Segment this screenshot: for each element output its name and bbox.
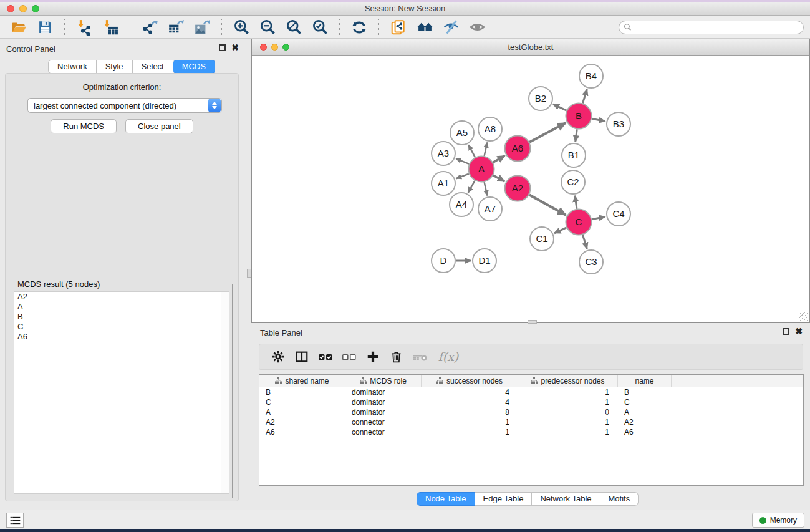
graph-node-A2[interactable]: A2 (505, 176, 531, 201)
table-cell[interactable]: 0 (518, 407, 618, 417)
table-cell[interactable]: 1 (518, 387, 618, 397)
graph-node-C1[interactable]: C1 (530, 227, 554, 251)
network-canvas[interactable]: B4B2BB3A5A8A6A3B1AA1C2A2A4A7C4CC1C3DD1 (252, 56, 809, 322)
unselect-all-columns-button[interactable] (341, 349, 357, 365)
graph-node-B1[interactable]: B1 (562, 143, 586, 167)
mcds-result-item[interactable]: A (14, 302, 229, 312)
table-row[interactable]: A2connector11A2 (259, 417, 803, 427)
task-history-button[interactable] (6, 513, 24, 528)
table-cell[interactable]: 4 (422, 387, 518, 397)
graph-node-A3[interactable]: A3 (432, 142, 455, 165)
graph-node-A6[interactable]: A6 (505, 136, 531, 162)
mcds-result-list[interactable]: A2ABCA6 (14, 291, 229, 494)
table-cell[interactable]: B (618, 387, 672, 397)
split-divider-handle-vertical[interactable] (247, 269, 251, 278)
table-row[interactable]: Adominator80A (259, 407, 803, 417)
table-cell[interactable]: 4 (422, 397, 518, 407)
table-cell[interactable]: B (259, 387, 345, 397)
refresh-button[interactable] (350, 19, 368, 36)
zoom-out-button[interactable] (259, 19, 276, 36)
tab-node-table[interactable]: Node Table (417, 492, 475, 506)
network-window-titlebar[interactable]: testGlobe.txt (252, 39, 809, 56)
zoom-selected-button[interactable] (311, 19, 329, 36)
hide-graphics-details-button[interactable] (442, 19, 460, 36)
table-cell[interactable]: A2 (259, 417, 345, 427)
optimization-criterion-select[interactable]: largest connected component (directed) (27, 98, 222, 113)
close-network-button[interactable] (260, 44, 267, 51)
edge-A-A7[interactable] (485, 182, 488, 196)
table-row[interactable]: Cdominator41C (259, 397, 803, 407)
table-cell[interactable]: C (618, 397, 672, 407)
graph-node-B3[interactable]: B3 (607, 112, 630, 136)
table-cell[interactable]: dominator (345, 387, 422, 397)
delete-column-button[interactable] (388, 349, 404, 365)
edge-A-A8[interactable] (485, 142, 488, 156)
select-all-columns-button[interactable] (317, 349, 333, 365)
list-scrollbar[interactable] (221, 292, 229, 493)
column-header-shared-name[interactable]: shared name (259, 375, 345, 387)
graph-node-B2[interactable]: B2 (529, 87, 552, 110)
show-column-pane-button[interactable] (294, 349, 309, 365)
table-cell[interactable]: 1 (422, 427, 518, 437)
table-settings-button[interactable] (270, 349, 286, 365)
edge-A-A3[interactable] (456, 158, 469, 164)
table-cell[interactable]: 1 (518, 397, 618, 407)
graph-node-A1[interactable]: A1 (432, 172, 455, 195)
mcds-result-item[interactable]: C (14, 322, 229, 332)
zoom-in-button[interactable] (233, 19, 250, 36)
tab-network-table[interactable]: Network Table (532, 492, 600, 506)
close-panel-button[interactable]: Close panel (125, 119, 193, 133)
float-panel-icon[interactable] (219, 44, 226, 51)
zoom-window-button[interactable] (32, 5, 39, 12)
tab-select[interactable]: Select (133, 60, 173, 74)
new-network-from-file-button[interactable] (390, 19, 407, 36)
edge-C-C1[interactable] (554, 228, 566, 233)
table-cell[interactable]: A6 (259, 427, 345, 437)
table-row[interactable]: Bdominator41B (259, 387, 803, 397)
edge-A2-C[interactable] (529, 195, 566, 215)
edge-B-B3[interactable] (592, 118, 605, 121)
edge-A-A5[interactable] (468, 145, 475, 157)
mcds-result-item[interactable]: A2 (14, 292, 229, 302)
window-resize-grip[interactable] (799, 312, 808, 321)
graph-node-A8[interactable]: A8 (478, 117, 502, 141)
split-divider-handle-horizontal[interactable] (528, 320, 537, 324)
graph-node-A4[interactable]: A4 (450, 193, 473, 216)
table-cell[interactable]: 1 (518, 427, 618, 437)
column-header-name[interactable]: name (618, 375, 672, 387)
tab-mcds[interactable]: MCDS (173, 60, 215, 74)
edge-B-B2[interactable] (553, 104, 566, 110)
minimize-window-button[interactable] (19, 5, 27, 12)
table-row[interactable]: A6connector11A6 (259, 427, 803, 437)
mcds-result-item[interactable]: B (14, 312, 229, 322)
show-graphics-details-button[interactable] (468, 19, 486, 36)
table-cell[interactable]: 1 (518, 417, 618, 427)
edge-A-A2[interactable] (493, 175, 504, 181)
graph-node-A5[interactable]: A5 (450, 121, 474, 145)
column-header-MCDS-role[interactable]: MCDS role (345, 375, 422, 387)
table-cell[interactable]: connector (345, 417, 422, 427)
float-panel-icon[interactable] (783, 328, 789, 335)
tab-motifs[interactable]: Motifs (600, 492, 639, 506)
table-cell[interactable]: A2 (618, 417, 672, 427)
graph-node-C2[interactable]: C2 (561, 170, 585, 194)
table-cell[interactable]: A (259, 407, 345, 417)
table-cell[interactable]: A (618, 407, 672, 417)
table-cell[interactable]: dominator (345, 407, 422, 417)
edge-C-C3[interactable] (582, 235, 587, 249)
node-table[interactable]: shared nameMCDS rolesuccessor nodesprede… (259, 374, 804, 486)
run-mcds-button[interactable]: Run MCDS (51, 119, 117, 133)
memory-button[interactable]: Memory (752, 513, 804, 528)
open-session-button[interactable] (10, 19, 27, 36)
import-network-button[interactable] (75, 19, 93, 36)
tab-style[interactable]: Style (97, 60, 133, 74)
save-session-button[interactable] (36, 19, 54, 36)
graph-node-C[interactable]: C (566, 210, 592, 235)
edge-C-C4[interactable] (592, 216, 605, 219)
table-cell[interactable]: C (259, 397, 345, 407)
table-cell[interactable]: dominator (345, 397, 422, 407)
export-image-button[interactable] (193, 19, 211, 36)
edge-A-A6[interactable] (493, 156, 505, 163)
home-layouts-button[interactable] (416, 19, 433, 36)
minimize-network-button[interactable] (271, 44, 278, 51)
